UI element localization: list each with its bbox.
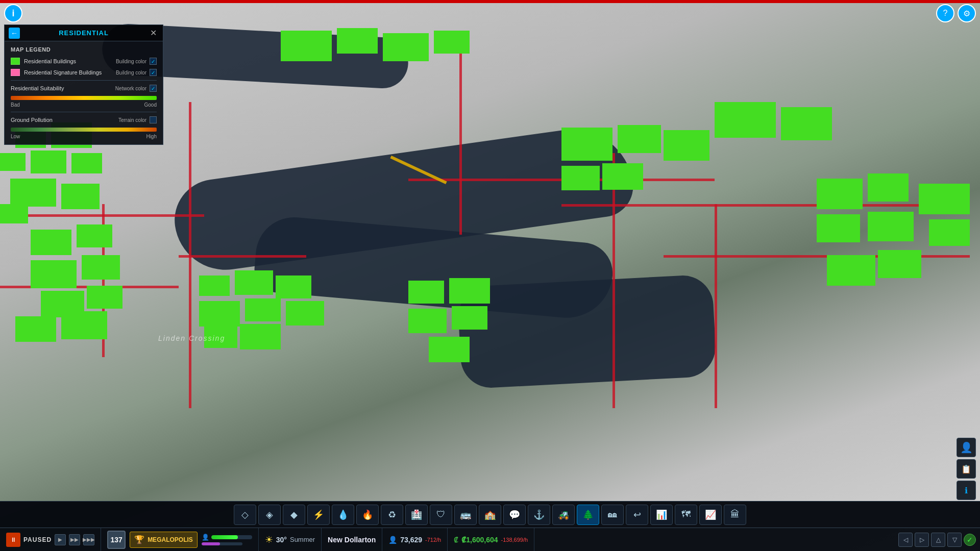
toolbar-btn-demolish[interactable]: ↩ (626, 505, 648, 525)
br-btn-2[interactable]: ▷ (915, 533, 929, 547)
building-c-4 (199, 301, 240, 327)
toolbar-btn-policies[interactable]: 🏛 (724, 505, 746, 525)
residential-panel: ← RESIDENTIAL ✕ MAP LEGEND Residential B… (4, 24, 163, 145)
br-btn-1[interactable]: ◁ (898, 533, 913, 547)
building-se-3 (408, 309, 447, 333)
br-btn-ok[interactable]: ✓ (964, 534, 976, 546)
building-e-2 (618, 125, 661, 153)
building-n-2 (337, 28, 378, 54)
suitability-bad-label: Bad (11, 102, 20, 108)
speed-1-button[interactable]: ▶ (55, 534, 66, 545)
right-toolbar: 👤 📋 ℹ (957, 438, 976, 500)
panel-title: RESIDENTIAL (59, 29, 109, 37)
signature-buildings-type: Building color (116, 70, 146, 76)
building-c-5 (245, 298, 281, 321)
pollution-low-label: Low (11, 134, 20, 139)
city-name-section: New Dollarton (322, 528, 382, 551)
toolbar-btn-comm[interactable]: 💬 (503, 505, 526, 525)
building-cl-4 (82, 255, 120, 280)
pause-section: ⏸ PAUSED ▶ ▶▶ ▶▶▶ (0, 528, 101, 551)
city-level-badge: 137 (107, 531, 126, 549)
right-btn-info[interactable]: ℹ (957, 481, 976, 500)
building-e-7 (781, 107, 832, 140)
info-button[interactable]: i (4, 4, 22, 22)
signature-buildings-color (11, 69, 20, 76)
building-fr-4 (817, 214, 860, 242)
city-name: New Dollarton (328, 536, 376, 544)
toolbar-btn-garbage[interactable]: ♻ (381, 505, 403, 525)
toolbar-btn-charts[interactable]: 📈 (699, 505, 722, 525)
toolbar-btn-electricity[interactable]: ⚡ (307, 505, 330, 525)
road-horizontal-6 (664, 255, 970, 258)
population-icon-small: 👤 (202, 534, 209, 541)
toolbar-btn-zones[interactable]: ◇ (234, 505, 256, 525)
toolbar-btn-services[interactable]: ◆ (283, 505, 305, 525)
building-cl-2 (77, 224, 112, 247)
toolbar-btn-heating[interactable]: 🔥 (356, 505, 379, 525)
settings-button[interactable]: ⚙ (958, 4, 976, 22)
money-icon: ₡ (454, 536, 458, 544)
toolbar-btn-map[interactable]: 🗺 (675, 505, 697, 525)
pollution-high-label: High (146, 134, 157, 139)
toolbar-btn-health[interactable]: 🏥 (405, 505, 428, 525)
weather-icon: ☀ (265, 534, 273, 545)
suitability-title: Residential Suitability (11, 85, 115, 91)
city-level-section: 137 🏆 MEGALOPOLIS 👤 (101, 528, 259, 551)
legend-row-residential-buildings: Residential Buildings Building color (11, 58, 157, 65)
city-label: Linden Crossing (158, 334, 225, 342)
speed-2-button[interactable]: ▶▶ (69, 534, 80, 545)
toolbar-btn-water[interactable]: 💧 (332, 505, 354, 525)
toolbar-btn-harbors[interactable]: ⚓ (528, 505, 550, 525)
building-c-6 (286, 301, 324, 325)
building-nw-7 (61, 184, 100, 209)
pause-label: PAUSED (23, 536, 52, 543)
right-btn-avatar[interactable]: 👤 (957, 438, 976, 457)
toolbar-btn-education[interactable]: 🏫 (479, 505, 501, 525)
signature-buildings-checkbox[interactable] (150, 69, 157, 76)
toolbar-btn-roads[interactable]: 🚜 (552, 505, 575, 525)
road-vertical-5 (715, 204, 717, 408)
purple-bar-container (202, 542, 242, 545)
xp-bar-fill (211, 535, 238, 539)
building-cl-1 (31, 230, 71, 255)
panel-body: MAP LEGEND Residential Buildings Buildin… (5, 41, 163, 144)
building-nw-8 (0, 204, 28, 223)
building-cl-3 (31, 260, 77, 288)
legend-row-suitability: Residential Suitability Network color (11, 85, 157, 92)
speed-3-button[interactable]: ▶▶▶ (83, 534, 94, 545)
toolbar-btn-statistics[interactable]: 📊 (650, 505, 673, 525)
road-vertical-3 (459, 31, 462, 235)
right-btn-clipboard[interactable]: 📋 (957, 459, 976, 479)
building-e-5 (602, 163, 643, 190)
building-fr-7 (827, 255, 875, 286)
toolbar-btn-transport[interactable]: ◈ (258, 505, 281, 525)
legend-row-pollution: Ground Pollution Terrain color (11, 116, 157, 123)
residential-buildings-label: Residential Buildings (24, 58, 116, 64)
pollution-checkbox[interactable] (150, 116, 157, 123)
toolbar-btn-safety[interactable]: 🛡 (430, 505, 452, 525)
trophy-icon: 🏆 (134, 535, 144, 544)
road-horizontal-3 (179, 255, 306, 258)
suitability-good-label: Good (144, 102, 157, 108)
br-btn-4[interactable]: ▽ (947, 533, 962, 547)
panel-close-button[interactable]: ✕ (148, 28, 159, 39)
building-cl-6 (87, 286, 122, 309)
help-button[interactable]: ? (936, 4, 954, 22)
building-se-2 (449, 278, 490, 304)
pause-button[interactable]: ⏸ (6, 533, 20, 547)
suitability-checkbox[interactable] (150, 85, 157, 92)
top-border (0, 0, 980, 3)
toolbar-btn-nature[interactable]: 🌲 (577, 505, 599, 525)
road-vertical-4 (612, 153, 615, 408)
toolbar-btn-transit[interactable]: 🚌 (454, 505, 477, 525)
panel-back-button[interactable]: ← (9, 28, 20, 39)
pollution-title: Ground Pollution (11, 117, 118, 123)
xp-bars: 👤 (202, 534, 252, 545)
residential-buildings-checkbox[interactable] (150, 58, 157, 65)
season: Summer (290, 536, 315, 543)
toolbar-btn-residential[interactable]: 🏘 (601, 505, 624, 525)
main-toolbar: ◇ ◈ ◆ ⚡ 💧 🔥 ♻ 🏥 🛡 🚌 🏫 💬 ⚓ 🚜 🌲 🏘 ↩ 📊 🗺 📈 … (0, 501, 980, 528)
br-btn-3[interactable]: △ (931, 533, 945, 547)
building-fr-6 (929, 219, 970, 246)
building-fr-8 (878, 250, 921, 278)
